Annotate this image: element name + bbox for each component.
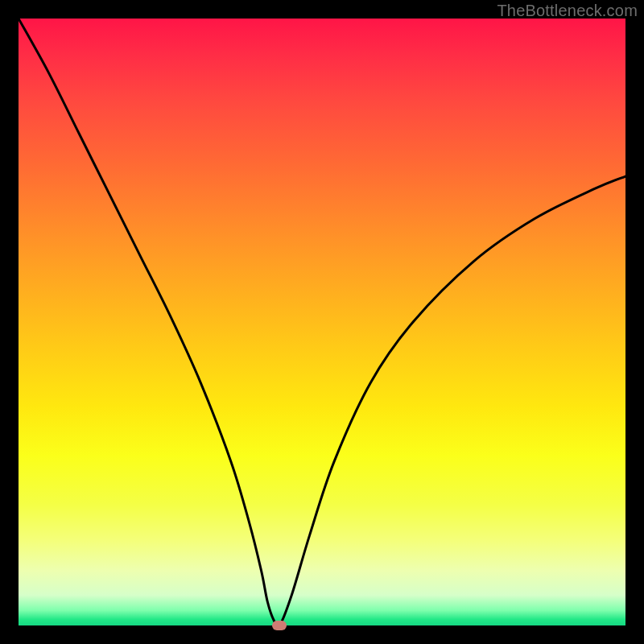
bottleneck-curve bbox=[19, 19, 625, 625]
optimum-marker bbox=[272, 621, 287, 630]
plot-area bbox=[19, 19, 625, 625]
watermark-text: TheBottleneck.com bbox=[497, 2, 638, 20]
chart-frame: TheBottleneck.com bbox=[0, 0, 644, 644]
